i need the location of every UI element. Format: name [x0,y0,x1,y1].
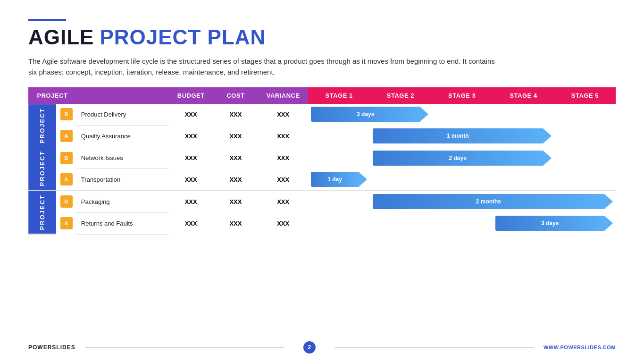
row-empty-s3-4 [431,169,493,191]
row-budget-2: XXX [168,125,213,147]
row-empty-s5-1 [554,104,616,126]
footer-line-left [85,347,284,348]
footer-page-number: 2 [303,341,316,354]
row-variance-4: XXX [258,169,309,191]
col-header-project: PROJECT [28,87,76,104]
col-header-stage4: STAGE 4 [493,87,554,104]
footer-brand-left: POWERSLIDES [28,344,75,351]
table-row: PROJECT B Product Delivery XXX XXX XXX 3… [28,104,616,126]
row-empty-s3-6 [431,212,493,234]
row-empty-s1-2 [308,125,369,147]
row-name-1: Product Delivery [76,104,168,126]
row-name-6: Returns and Faults [76,212,168,234]
subtitle-text: The Agile software development life cycl… [28,56,500,78]
table-row: A Returns and Faults XXX XXX XXX 3 days [28,212,616,234]
row-name-4: Transportation [76,169,168,191]
table-row: PROJECT B Packaging XXX XXX XXX 2 months [28,191,616,212]
footer-brand-right: WWW.POWERSLIDES.COM [544,345,616,350]
row-variance-5: XXX [258,191,309,212]
row-empty-s2-4 [370,169,431,191]
title-project-plan: PROJECT PLAN [100,25,266,49]
col-header-stage5: STAGE 5 [554,87,616,104]
col-header-variance: VARIANCE [258,87,309,104]
row-arrow-5: 2 months [370,191,616,212]
row-arrow-6: 3 days [493,212,616,234]
project-group-label-1: PROJECT [28,104,56,147]
row-budget-3: XXX [168,147,213,168]
row-empty-s1-6 [308,212,369,234]
col-header-cost: COST [213,87,258,104]
row-cost-5: XXX [213,191,258,212]
footer-line-right [335,347,534,348]
row-variance-3: XXX [258,147,309,168]
row-arrow-2: 1 month [370,125,554,147]
row-budget-6: XXX [168,212,213,234]
badge-b-3: B [56,147,76,168]
row-name-3: Network Issues [76,147,168,168]
project-table: PROJECT BUDGET COST VARIANCE STAGE 1 STA… [28,87,616,235]
row-arrow-4: 1 day [308,169,369,191]
project-group-label-3: PROJECT [28,191,56,234]
row-budget-4: XXX [168,169,213,191]
badge-a-4: A [56,169,76,191]
badge-a-2: A [56,125,76,147]
col-header-budget: BUDGET [168,87,213,104]
footer: POWERSLIDES 2 WWW.POWERSLIDES.COM [28,341,616,354]
row-name-2: Quality Assurance [76,125,168,147]
row-cost-6: XXX [213,212,258,234]
col-header-stage3: STAGE 3 [431,87,493,104]
row-budget-1: XXX [168,104,213,126]
title-agile: AGILE [28,25,94,49]
badge-b-5: B [56,191,76,212]
row-budget-5: XXX [168,191,213,212]
col-header-stage2: STAGE 2 [370,87,431,104]
table-row: A Quality Assurance XXX XXX XXX 1 month [28,125,616,147]
row-variance-2: XXX [258,125,309,147]
row-empty-s5-2 [554,125,616,147]
row-empty-s2-6 [370,212,431,234]
badge-b-1: B [56,104,76,126]
row-cost-1: XXX [213,104,258,126]
col-header-empty [76,87,168,104]
row-arrow-3: 2 days [370,147,554,168]
col-header-stage1: STAGE 1 [308,87,369,104]
slide: AGILE PROJECT PLAN The Agile software de… [0,0,644,362]
badge-a-6: A [56,212,76,234]
title-row: AGILE PROJECT PLAN [28,25,616,49]
row-variance-1: XXX [258,104,309,126]
accent-line [28,19,66,21]
row-cost-4: XXX [213,169,258,191]
table-row: PROJECT B Network Issues XXX XXX XXX 2 d… [28,147,616,168]
row-name-5: Packaging [76,191,168,212]
row-empty-s3-1 [431,104,493,126]
project-group-label-2: PROJECT [28,147,56,190]
row-cost-2: XXX [213,125,258,147]
row-empty-s4-4 [493,169,554,191]
row-variance-6: XXX [258,212,309,234]
table-row: A Transportation XXX XXX XXX 1 day [28,169,616,191]
row-empty-s1-5 [308,191,369,212]
row-empty-s1-3 [308,147,369,168]
row-arrow-1: 3 days [308,104,431,126]
row-empty-s4-1 [493,104,554,126]
row-cost-3: XXX [213,147,258,168]
row-empty-s5-4 [554,169,616,191]
